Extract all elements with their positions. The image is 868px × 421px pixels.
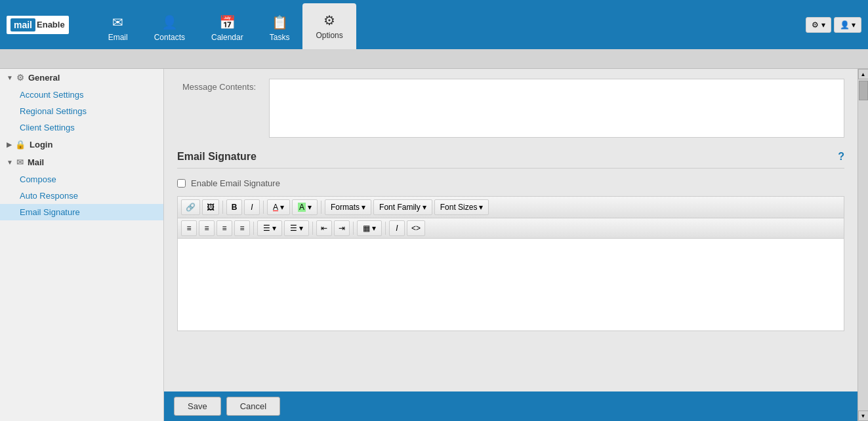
font-bg-dropdown[interactable]: A ▾ xyxy=(292,199,318,215)
scroll-down-button[interactable]: ▼ xyxy=(858,411,869,421)
formats-label: Formats xyxy=(331,203,360,212)
ol-arrow: ▾ xyxy=(299,224,303,233)
align-left-button[interactable]: ≡ xyxy=(181,220,197,236)
sidebar-item-regional-settings[interactable]: Regional Settings xyxy=(0,103,163,119)
enable-checkbox-label: Enable Email Signature xyxy=(191,178,280,188)
remove-format-button[interactable]: I xyxy=(389,220,405,236)
general-arrow-icon: ▼ xyxy=(7,74,13,81)
source-button[interactable]: <> xyxy=(407,220,425,236)
align-justify-button[interactable]: ≡ xyxy=(234,220,250,236)
sidebar-section-mail[interactable]: ▼ ✉ Mail xyxy=(0,153,163,171)
sidebar-general-label: General xyxy=(28,73,60,83)
contacts-icon: 👤 xyxy=(161,14,178,30)
separator-5 xyxy=(312,222,313,235)
scrollbar: ▲ ▼ xyxy=(858,69,868,421)
tab-contacts[interactable]: 👤 Contacts xyxy=(141,7,198,49)
editor-body[interactable] xyxy=(178,239,844,331)
main-layout: ▼ ⚙ General Account Settings Regional Se… xyxy=(0,69,868,421)
separator-2 xyxy=(263,201,264,214)
italic-button[interactable]: I xyxy=(244,199,260,215)
tab-tasks[interactable]: 📋 Tasks xyxy=(257,7,303,49)
font-family-arrow: ▾ xyxy=(423,203,426,212)
font-family-dropdown[interactable]: Font Family ▾ xyxy=(373,199,432,215)
mail-envelope-icon: ✉ xyxy=(16,157,24,167)
message-contents-label: Message Contents: xyxy=(177,79,262,134)
tab-options-label: Options xyxy=(316,31,342,40)
sidebar-section-general[interactable]: ▼ ⚙ General xyxy=(0,69,163,87)
font-color-arrow: ▾ xyxy=(280,203,284,212)
font-family-label: Font Family xyxy=(379,203,421,212)
mail-arrow-icon: ▼ xyxy=(7,159,13,166)
login-arrow-icon: ▶ xyxy=(7,141,12,148)
tab-email-label: Email xyxy=(108,33,128,42)
scroll-up-button[interactable]: ▲ xyxy=(858,69,869,79)
top-navigation: mail Enable ✉ Email 👤 Contacts 📅 Calenda… xyxy=(0,0,868,49)
separator-4 xyxy=(253,222,254,235)
font-sizes-dropdown[interactable]: Font Sizes ▾ xyxy=(434,199,489,215)
help-icon[interactable]: ? xyxy=(838,151,844,163)
sidebar-item-client-settings[interactable]: Client Settings xyxy=(0,119,163,136)
logo-enable: Enable xyxy=(37,20,65,30)
sidebar-section-login[interactable]: ▶ 🔒 Login xyxy=(0,136,163,153)
settings-button[interactable]: ⚙ ▾ xyxy=(806,17,831,33)
cancel-button[interactable]: Cancel xyxy=(226,397,280,416)
logo: mail Enable xyxy=(7,16,69,34)
separator-3 xyxy=(321,201,321,214)
editor-toolbar-row1: 🔗 🖼 B I A ▾ A ▾ Form xyxy=(178,197,844,218)
bold-button[interactable]: B xyxy=(226,199,242,215)
email-icon: ✉ xyxy=(112,14,123,30)
tab-email[interactable]: ✉ Email xyxy=(95,7,141,49)
table-dropdown[interactable]: ▦ ▾ xyxy=(357,220,382,236)
user-button[interactable]: 👤 ▾ xyxy=(834,17,861,33)
enable-email-signature-checkbox[interactable] xyxy=(177,179,186,188)
general-gear-icon: ⚙ xyxy=(16,73,24,83)
link-button[interactable]: 🔗 xyxy=(181,199,200,215)
options-icon: ⚙ xyxy=(323,12,335,28)
formats-arrow: ▾ xyxy=(362,203,365,212)
tasks-icon: 📋 xyxy=(272,14,288,30)
sidebar-item-email-signature[interactable]: Email Signature xyxy=(0,204,163,220)
outdent-button[interactable]: ⇤ xyxy=(316,220,332,236)
align-center-button[interactable]: ≡ xyxy=(199,220,215,236)
ordered-list-dropdown[interactable]: ☰ ▾ xyxy=(284,220,309,236)
ul-icon: ☰ xyxy=(263,224,270,233)
content-inner: Message Contents: Email Signature ? Enab… xyxy=(177,79,844,364)
tab-contacts-label: Contacts xyxy=(154,33,185,42)
font-sizes-label: Font Sizes xyxy=(440,203,478,212)
sidebar-login-label: Login xyxy=(30,140,52,150)
sidebar-item-compose[interactable]: Compose xyxy=(0,171,163,188)
font-color-dropdown[interactable]: A ▾ xyxy=(267,199,290,215)
sidebar-item-account-settings[interactable]: Account Settings xyxy=(0,87,163,103)
message-contents-section: Message Contents: xyxy=(177,79,844,138)
tab-calendar-label: Calendar xyxy=(211,33,243,42)
tab-calendar[interactable]: 📅 Calendar xyxy=(198,7,257,49)
image-button[interactable]: 🖼 xyxy=(202,199,219,215)
save-button[interactable]: Save xyxy=(174,397,221,416)
table-arrow: ▾ xyxy=(372,224,376,233)
indent-button[interactable]: ⇥ xyxy=(334,220,350,236)
editor-toolbar-row2: ≡ ≡ ≡ ≡ ☰ ▾ ☰ ▾ ⇤ ⇥ xyxy=(178,218,844,239)
content-area: Message Contents: Email Signature ? Enab… xyxy=(164,69,858,421)
align-right-button[interactable]: ≡ xyxy=(217,220,232,236)
separator-7 xyxy=(385,222,386,235)
email-signature-header: Email Signature ? xyxy=(177,151,844,169)
unordered-list-dropdown[interactable]: ☰ ▾ xyxy=(257,220,282,236)
enable-checkbox-row: Enable Email Signature xyxy=(177,178,844,188)
logo-mail: mail xyxy=(10,18,35,31)
font-sizes-arrow: ▾ xyxy=(479,203,483,212)
tab-options[interactable]: ⚙ Options xyxy=(302,3,356,49)
nav-tabs: ✉ Email 👤 Contacts 📅 Calendar 📋 Tasks ⚙ … xyxy=(95,0,356,49)
font-color-label: A xyxy=(273,203,278,212)
bottom-bar: Save Cancel xyxy=(164,391,858,421)
sidebar: ▼ ⚙ General Account Settings Regional Se… xyxy=(0,69,164,421)
formats-dropdown[interactable]: Formats ▾ xyxy=(325,199,371,215)
font-bg-label: A xyxy=(298,203,306,212)
font-bg-arrow: ▾ xyxy=(308,203,312,212)
table-icon: ▦ xyxy=(363,224,370,233)
message-contents-textarea[interactable] xyxy=(269,79,844,138)
scroll-thumb[interactable] xyxy=(859,81,868,100)
sidebar-item-auto-response[interactable]: Auto Response xyxy=(0,188,163,204)
tab-tasks-label: Tasks xyxy=(270,33,290,42)
sidebar-mail-label: Mail xyxy=(28,157,44,167)
separator-1 xyxy=(222,201,223,214)
